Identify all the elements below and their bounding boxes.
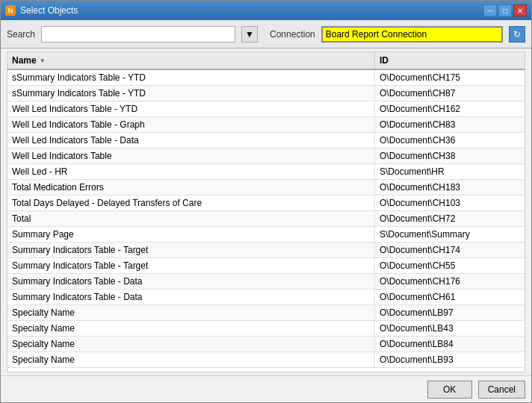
table-row[interactable]: Specialty NameO\Document\LB93 [7,352,525,368]
cancel-button[interactable]: Cancel [478,381,525,399]
table-row[interactable]: Specialty NameO\Document\LB84 [7,337,525,352]
cell-id: O\Document\CH61 [375,290,525,304]
name-column-header[interactable]: Name ▼ [7,52,375,69]
table-row[interactable]: Summary Indicators Table - DataO\Documen… [7,290,525,305]
cell-id: O\Document\CH175 [375,70,525,85]
connection-label: Connection [270,29,315,40]
table-row[interactable]: Total Medication ErrorsO\Document\CH183 [7,180,525,196]
connection-input[interactable] [321,26,503,43]
cell-id: O\Document\CH174 [375,243,525,257]
cell-name: Specialty Name [7,352,375,367]
cell-id: O\Document\CH87 [375,86,525,101]
cell-name: Total [7,211,375,226]
cell-id: O\Document\LB97 [375,305,525,320]
filter-icon: ▼ [245,29,254,40]
table-row[interactable]: Summary PageS\Document\Summary [7,227,525,243]
cell-name: Well Led - HR [7,164,375,179]
cell-name: Specialty Name [7,321,375,336]
table-row[interactable]: sSummary Indicators Table - YTDO\Documen… [7,86,525,101]
search-input[interactable] [41,26,235,43]
cell-name: sSummary Indicators Table - YTD [7,70,375,85]
cell-id: O\Document\CH38 [375,149,525,163]
cell-name: Well Led Indicators Table - Data [7,133,375,148]
table-row[interactable]: Specialty NameO\Document\LB43 [7,321,525,337]
table-row[interactable]: Summary Indicators Table - TargetO\Docum… [7,243,525,258]
cell-id: O\Document\CH103 [375,196,525,210]
maximize-button[interactable]: □ [498,4,512,16]
table-row[interactable]: TotalO\Document\CH72 [7,211,525,227]
filter-button[interactable]: ▼ [241,26,258,43]
cell-id: O\Document\CH55 [375,258,525,273]
cell-name: Summary Indicators Table - Data [7,274,375,289]
cell-name: Well Led Indicators Table [7,149,375,163]
cell-id: O\Document\LB43 [375,321,525,336]
title-bar: N Select Objects ─ □ ✕ [1,1,531,20]
cell-id: S\Document\Summary [375,227,525,242]
cell-name: Total Days Delayed - Delayed Transfers o… [7,196,375,210]
connection-refresh-button[interactable]: ↻ [509,26,525,43]
objects-table: Name ▼ ID sSummary Indicators Table - YT… [7,51,525,372]
close-button[interactable]: ✕ [513,4,527,16]
cell-name: sSummary Indicators Table - YTD [7,86,375,101]
title-bar-controls: ─ □ ✕ [483,4,527,16]
table-row[interactable]: Summary Indicators Table - TargetO\Docum… [7,258,525,274]
id-column-header[interactable]: ID [375,52,525,69]
cell-id: O\Document\CH72 [375,211,525,226]
cell-name: Summary Indicators Table - Data [7,290,375,304]
select-objects-window: N Select Objects ─ □ ✕ Search ▼ Connecti… [0,0,532,403]
table-row[interactable]: Specialty NameO\Document\LB97 [7,305,525,321]
table-row[interactable]: sSummary Indicators Table - YTDO\Documen… [7,70,525,86]
cell-id: O\Document\CH176 [375,274,525,289]
table-row[interactable]: Well Led Indicators TableO\Document\CH38 [7,149,525,164]
window-title: Select Objects [20,5,78,16]
cell-name: Summary Indicators Table - Target [7,243,375,257]
search-label: Search [7,29,35,40]
table-row[interactable]: Total Days Delayed - Delayed Transfers o… [7,196,525,211]
ok-button[interactable]: OK [427,381,472,399]
table-row[interactable]: Well Led - HRS\Document\HR [7,164,525,180]
cell-id: O\Document\CH83 [375,117,525,132]
cell-id: O\Document\CH36 [375,133,525,148]
cell-name: Well Led Indicators Table - YTD [7,101,375,116]
title-bar-left: N Select Objects [5,5,78,16]
table-row[interactable]: Well Led Indicators Table - GraphO\Docum… [7,117,525,133]
cell-id: O\Document\CH183 [375,180,525,195]
table-row[interactable]: Well Led Indicators Table - YTDO\Documen… [7,101,525,117]
table-row[interactable]: Well Led Indicators Table - DataO\Docume… [7,133,525,149]
cell-name: Summary Indicators Table - Target [7,258,375,273]
app-icon: N [5,5,16,16]
cell-name: Well Led Indicators Table - Graph [7,117,375,132]
table-scroll-area[interactable]: sSummary Indicators Table - YTDO\Documen… [7,70,525,372]
cell-name: Specialty Name [7,305,375,320]
refresh-icon: ↻ [513,29,521,40]
toolbar: Search ▼ Connection ↻ [1,20,531,49]
footer: OK Cancel [1,375,531,402]
minimize-button[interactable]: ─ [483,4,497,16]
cell-name: Specialty Name [7,337,375,352]
cell-id: O\Document\LB84 [375,337,525,352]
cell-id: S\Document\HR [375,164,525,179]
cell-id: O\Document\CH162 [375,101,525,116]
table-row[interactable]: Summary Indicators Table - DataO\Documen… [7,274,525,290]
cell-name: Summary Page [7,227,375,242]
cell-name: Total Medication Errors [7,180,375,195]
sort-icon: ▼ [40,57,46,64]
cell-id: O\Document\LB93 [375,352,525,367]
table-header: Name ▼ ID [7,52,525,70]
